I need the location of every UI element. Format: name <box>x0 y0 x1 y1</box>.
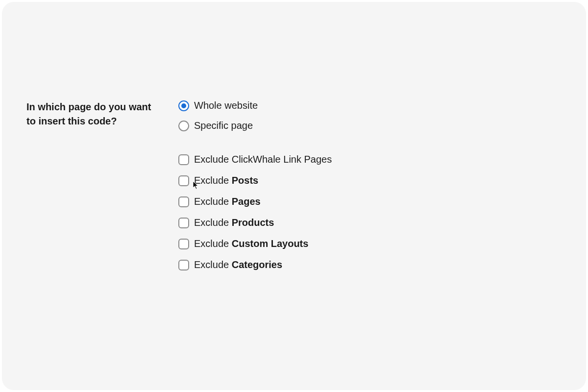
radio-label: Specific page <box>194 120 253 131</box>
exclude-checkbox-group: Exclude ClickWhale Link Pages Exclude Po… <box>178 154 562 270</box>
checkbox-exclude-custom-layouts[interactable]: Exclude Custom Layouts <box>178 238 562 249</box>
checkbox-label: Exclude ClickWhale Link Pages <box>194 154 332 165</box>
checkbox-exclude-posts[interactable]: Exclude Posts <box>178 175 562 186</box>
settings-panel: In which page do you want to insert this… <box>2 2 586 390</box>
checkbox-exclude-pages[interactable]: Exclude Pages <box>178 196 562 207</box>
checkbox-exclude-clickwhale-link-pages[interactable]: Exclude ClickWhale Link Pages <box>178 154 562 165</box>
checkbox-exclude-categories[interactable]: Exclude Categories <box>178 259 562 270</box>
checkbox-control-icon <box>178 239 189 249</box>
radio-specific-page[interactable]: Specific page <box>178 120 562 131</box>
options-column: Whole website Specific page Exclude Clic… <box>178 100 562 270</box>
checkbox-control-icon <box>178 218 189 228</box>
radio-whole-website[interactable]: Whole website <box>178 100 562 111</box>
question-label: In which page do you want to insert this… <box>26 100 159 128</box>
radio-control-icon <box>178 121 189 131</box>
radio-label: Whole website <box>194 100 258 111</box>
radio-control-icon <box>178 100 189 111</box>
checkbox-control-icon <box>178 260 189 270</box>
checkbox-label: Exclude Pages <box>194 196 261 207</box>
checkbox-label: Exclude Products <box>194 217 274 228</box>
checkbox-control-icon <box>178 175 189 186</box>
checkbox-label: Exclude Custom Layouts <box>194 238 308 249</box>
checkbox-exclude-products[interactable]: Exclude Products <box>178 217 562 228</box>
page-scope-radio-group: Whole website Specific page <box>178 100 562 131</box>
checkbox-label: Exclude Categories <box>194 259 282 270</box>
checkbox-control-icon <box>178 196 189 207</box>
form-row: In which page do you want to insert this… <box>26 100 562 270</box>
checkbox-control-icon <box>178 154 189 165</box>
checkbox-label: Exclude Posts <box>194 175 258 186</box>
